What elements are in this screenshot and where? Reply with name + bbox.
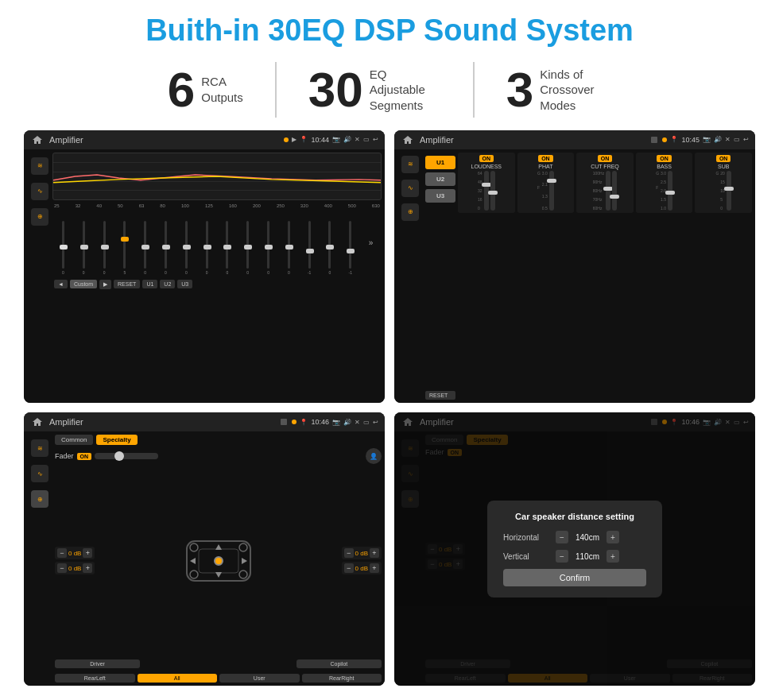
eq-slider-13[interactable]: 0 xyxy=(321,211,339,275)
eq-slider-8[interactable]: 0 xyxy=(219,211,237,275)
eq-sidebar-surround-icon[interactable]: ⊕ xyxy=(31,208,48,226)
crossover-rect-icon: ▭ xyxy=(734,136,740,143)
cross-sidebar-wave-icon[interactable]: ∿ xyxy=(401,180,419,197)
cutfreq-slider2[interactable] xyxy=(612,171,617,211)
cutfreq-on[interactable]: ON xyxy=(598,155,613,162)
all-btn[interactable]: All xyxy=(138,674,218,683)
eq-u1-btn[interactable]: U1 xyxy=(142,280,157,288)
loudness-on[interactable]: ON xyxy=(479,155,494,162)
eq-play-btn[interactable]: ▶ xyxy=(99,280,111,289)
fader-profile-icon[interactable]: 👤 xyxy=(366,448,382,464)
vertical-minus-btn[interactable]: − xyxy=(556,550,568,563)
eq-slider-6[interactable]: 0 xyxy=(177,211,196,275)
fader-home-icon[interactable] xyxy=(30,415,45,429)
eq-slider-2[interactable]: 0 xyxy=(95,211,114,275)
confirm-button[interactable]: Confirm xyxy=(503,569,646,586)
horizontal-plus-btn[interactable]: + xyxy=(607,531,619,543)
bass-slider[interactable] xyxy=(668,171,672,211)
eq-back-icon[interactable]: ↩ xyxy=(373,136,378,143)
fader-on-badge[interactable]: ON xyxy=(77,453,92,460)
eq-content: 25 32 40 50 63 80 100 125 160 200 250 32… xyxy=(52,153,382,400)
eq-slider-9[interactable]: 0 xyxy=(238,211,257,275)
fader-back-icon[interactable]: ↩ xyxy=(373,419,378,426)
rl-minus[interactable]: − xyxy=(57,563,67,573)
eq-sidebar-eq-icon[interactable]: ≋ xyxy=(31,157,48,175)
dialog-horizontal-label: Horizontal xyxy=(503,533,551,542)
channel-phat: ON PHAT GF 3.02.11.30.5 xyxy=(517,153,575,213)
eq-custom-btn[interactable]: Custom xyxy=(70,280,97,288)
page-title: Buith-in 30EQ DSP Sound System xyxy=(145,14,634,48)
svg-marker-6 xyxy=(242,558,247,564)
fader-bottom-btns: Driver Copilot xyxy=(55,659,382,668)
rearright-btn[interactable]: RearRight xyxy=(302,674,382,683)
eq-slider-3[interactable]: 5 xyxy=(115,211,134,275)
eq-slider-0[interactable]: 0 xyxy=(54,211,72,275)
eq-slider-14[interactable]: -1 xyxy=(341,211,359,275)
vertical-value: 110cm xyxy=(572,552,603,561)
fader-time: 10:46 xyxy=(311,418,329,426)
horizontal-minus-btn[interactable]: − xyxy=(556,531,568,543)
phat-slider[interactable] xyxy=(549,171,554,211)
eq-u2-btn[interactable]: U2 xyxy=(160,280,175,288)
eq-slider-1[interactable]: 0 xyxy=(75,211,93,275)
eq-status-dot xyxy=(284,137,289,142)
cross-sidebar-surround-icon[interactable]: ⊕ xyxy=(401,203,419,221)
vertical-plus-btn[interactable]: + xyxy=(607,550,619,563)
svg-marker-4 xyxy=(215,572,222,578)
copilot-btn[interactable]: Copilot xyxy=(296,659,382,668)
eq-main-area: ≋ ∿ ⊕ xyxy=(24,149,385,404)
fader-x-icon: ✕ xyxy=(355,419,360,426)
fr-plus[interactable]: + xyxy=(370,548,379,558)
eq-more-icon[interactable]: » xyxy=(362,211,380,275)
freq-400: 400 xyxy=(324,203,332,208)
eq-slider-11[interactable]: 0 xyxy=(280,211,298,275)
stat-rca: 6 RCA Outputs xyxy=(136,65,275,114)
fl-value: 0 dB xyxy=(68,550,81,557)
preset-u3-btn[interactable]: U3 xyxy=(425,189,455,203)
freq-320: 320 xyxy=(300,203,308,208)
tab-specialty[interactable]: Specialty xyxy=(96,435,137,445)
home-icon[interactable] xyxy=(30,133,45,147)
eq-slider-4[interactable]: 0 xyxy=(136,211,154,275)
eq-slider-7[interactable]: 0 xyxy=(198,211,216,275)
crossover-back-icon[interactable]: ↩ xyxy=(743,136,749,143)
fl-plus[interactable]: + xyxy=(83,548,92,558)
fader-h-slider[interactable] xyxy=(95,453,158,459)
fader-tabs: Common Specialty xyxy=(55,435,382,445)
fader-sidebar-surround-icon[interactable]: ⊕ xyxy=(31,490,48,508)
fader-control-row: Fader ON 👤 xyxy=(55,448,382,464)
eq-slider-12[interactable]: -1 xyxy=(300,211,319,275)
eq-slider-5[interactable]: 0 xyxy=(157,211,175,275)
user-btn[interactable]: User xyxy=(219,674,300,683)
eq-u3-btn[interactable]: U3 xyxy=(177,280,192,288)
svg-point-7 xyxy=(190,543,198,551)
eq-slider-10[interactable]: 0 xyxy=(259,211,277,275)
horizontal-value: 140cm xyxy=(572,533,603,542)
rr-plus[interactable]: + xyxy=(370,563,379,573)
rr-minus[interactable]: − xyxy=(344,563,354,573)
rl-plus[interactable]: + xyxy=(83,563,92,573)
cross-reset-btn[interactable]: RESET xyxy=(425,391,455,400)
phat-on[interactable]: ON xyxy=(538,155,553,162)
eq-sidebar-wave-icon[interactable]: ∿ xyxy=(31,183,48,200)
preset-u1-btn[interactable]: U1 xyxy=(425,156,455,169)
crossover-home-icon[interactable] xyxy=(401,133,415,147)
preset-u2-btn[interactable]: U2 xyxy=(425,172,455,186)
cross-sidebar-eq-icon[interactable]: ≋ xyxy=(401,156,419,173)
sub-on[interactable]: ON xyxy=(716,155,731,162)
bass-on[interactable]: ON xyxy=(657,155,672,162)
fader-sidebar-eq-icon[interactable]: ≋ xyxy=(31,439,48,457)
eq-graph xyxy=(52,153,382,200)
tab-common[interactable]: Common xyxy=(55,435,93,445)
eq-reset-btn[interactable]: RESET xyxy=(114,280,140,288)
loudness-slider2[interactable] xyxy=(490,171,495,211)
distance-dialog-overlay: Car speaker distance setting Horizontal … xyxy=(394,412,755,686)
rearleft-btn[interactable]: RearLeft xyxy=(55,674,135,683)
eq-prev-btn[interactable]: ◄ xyxy=(54,280,68,288)
fader-sidebar-wave-icon[interactable]: ∿ xyxy=(31,465,48,482)
fr-minus[interactable]: − xyxy=(344,548,354,558)
cutfreq-slider1[interactable] xyxy=(606,171,610,211)
sub-slider[interactable] xyxy=(727,171,731,211)
fl-minus[interactable]: − xyxy=(57,548,67,558)
driver-btn[interactable]: Driver xyxy=(55,659,140,668)
